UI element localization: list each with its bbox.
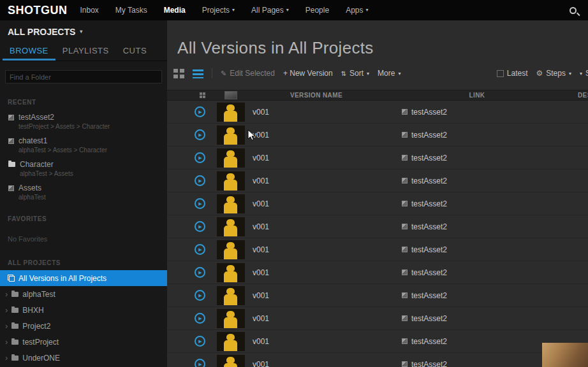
grid-view-icon[interactable] xyxy=(173,69,184,78)
table-row[interactable]: ▶ v001 testAsset2 xyxy=(167,238,588,261)
version-thumbnail[interactable] xyxy=(217,309,245,328)
version-thumbnail[interactable] xyxy=(217,171,245,191)
sidebar-tab[interactable]: BROWSE xyxy=(3,42,55,61)
version-thumbnail[interactable] xyxy=(217,148,245,168)
topnav-item[interactable]: Apps ▾ xyxy=(346,6,368,15)
version-name-cell[interactable]: v001 xyxy=(245,245,388,254)
project-scope-selector[interactable]: ALL PROJECTS ▾ xyxy=(0,20,167,42)
version-name-cell[interactable]: v001 xyxy=(245,131,388,140)
recent-folder-item[interactable]: testAsset2 testProject > Assets > Charac… xyxy=(0,110,167,133)
link-cell[interactable]: testAsset2 xyxy=(388,314,566,323)
version-name-cell[interactable]: v001 xyxy=(245,314,388,323)
column-header-description[interactable]: DESCRIPTION xyxy=(566,92,588,99)
topnav-item[interactable]: Media xyxy=(164,6,186,15)
table-row[interactable]: ▶ v001 testAsset2 xyxy=(167,169,588,192)
play-button[interactable]: ▶ xyxy=(195,336,205,347)
play-button[interactable]: ▶ xyxy=(195,359,205,367)
version-name-cell[interactable]: v001 xyxy=(245,222,388,231)
play-button[interactable]: ▶ xyxy=(195,175,205,186)
link-text[interactable]: testAsset2 xyxy=(411,291,447,300)
link-cell[interactable]: testAsset2 xyxy=(388,154,566,162)
link-cell[interactable]: testAsset2 xyxy=(388,245,566,254)
version-thumbnail[interactable] xyxy=(217,194,245,213)
link-cell[interactable]: testAsset2 xyxy=(388,291,566,300)
topnav-item[interactable]: People xyxy=(305,6,329,15)
table-row[interactable]: ▶ v001 testAsset2 xyxy=(167,284,588,307)
version-name-cell[interactable]: v001 xyxy=(245,176,388,185)
version-name-cell[interactable]: v001 xyxy=(245,268,388,277)
version-name-cell[interactable]: v001 xyxy=(245,108,388,117)
link-text[interactable]: testAsset2 xyxy=(411,268,447,277)
link-text[interactable]: testAsset2 xyxy=(411,176,447,185)
link-cell[interactable]: testAsset2 xyxy=(388,176,566,185)
link-text[interactable]: testAsset2 xyxy=(411,245,447,254)
play-button[interactable]: ▶ xyxy=(195,198,205,209)
new-version-button[interactable]: + New Version xyxy=(283,69,333,78)
search-icon[interactable] xyxy=(570,7,577,14)
find-folder-input[interactable] xyxy=(5,70,162,83)
version-name-cell[interactable]: v001 xyxy=(245,199,388,208)
version-name-cell[interactable]: v001 xyxy=(245,337,388,346)
link-cell[interactable]: testAsset2 xyxy=(388,131,566,140)
link-text[interactable]: testAsset2 xyxy=(411,108,447,117)
topnav-item[interactable]: Projects ▾ xyxy=(202,6,235,15)
more-button[interactable]: More ▾ xyxy=(378,69,401,78)
sidebar-project-item[interactable]: › testProject xyxy=(0,334,167,350)
play-button[interactable]: ▶ xyxy=(195,313,205,324)
sort-button[interactable]: ⇅ Sort ▾ xyxy=(341,69,369,78)
column-header-version-name[interactable]: VERSION NAME xyxy=(245,92,388,99)
version-thumbnail[interactable] xyxy=(217,103,245,122)
version-thumbnail[interactable] xyxy=(217,126,245,145)
play-button[interactable]: ▶ xyxy=(195,221,205,232)
topnav-item[interactable]: All Pages ▾ xyxy=(251,6,289,15)
play-button[interactable]: ▶ xyxy=(195,267,205,278)
table-row[interactable]: ▶ v001 testAsset2 xyxy=(167,147,588,169)
version-name-cell[interactable]: v001 xyxy=(245,154,388,162)
version-name-cell[interactable]: v001 xyxy=(245,360,388,367)
link-cell[interactable]: testAsset2 xyxy=(388,222,566,231)
table-row[interactable]: ▶ v001 testAsset2 xyxy=(167,215,588,238)
version-thumbnail[interactable] xyxy=(217,240,245,259)
link-text[interactable]: testAsset2 xyxy=(411,154,447,162)
latest-toggle[interactable]: Latest xyxy=(497,69,528,78)
version-thumbnail[interactable] xyxy=(217,286,245,305)
latest-checkbox[interactable] xyxy=(497,70,504,77)
sidebar-project-item[interactable]: › Project2 xyxy=(0,318,167,334)
column-header-link[interactable]: LINK xyxy=(388,92,566,99)
link-text[interactable]: testAsset2 xyxy=(411,222,447,231)
link-text[interactable]: testAsset2 xyxy=(411,199,447,208)
list-view-icon[interactable] xyxy=(193,69,203,78)
link-cell[interactable]: testAsset2 xyxy=(388,199,566,208)
table-row[interactable]: ▶ v001 testAsset2 xyxy=(167,124,588,147)
table-row[interactable]: ▶ v001 testAsset2 xyxy=(167,192,588,215)
table-row[interactable]: ▶ v001 testAsset2 xyxy=(167,307,588,330)
clipped-dropdown[interactable]: ▾ S xyxy=(580,69,588,78)
link-cell[interactable]: testAsset2 xyxy=(388,360,566,367)
link-cell[interactable]: testAsset2 xyxy=(388,108,566,117)
steps-filter-button[interactable]: ⚙ Steps ▾ xyxy=(536,69,571,78)
table-row[interactable]: ▶ v001 testAsset2 xyxy=(167,353,588,367)
sidebar-project-item[interactable]: › alphaTest xyxy=(0,286,167,302)
link-cell[interactable]: testAsset2 xyxy=(388,337,566,346)
sidebar-project-item[interactable]: › UnderONE xyxy=(0,350,167,366)
version-thumbnail[interactable] xyxy=(217,263,245,282)
version-name-cell[interactable]: v001 xyxy=(245,291,388,300)
play-button[interactable]: ▶ xyxy=(195,106,205,117)
link-text[interactable]: testAsset2 xyxy=(411,337,447,346)
sidebar-project-item[interactable]: › All Versions in All Projects xyxy=(0,270,167,286)
version-thumbnail[interactable] xyxy=(217,332,245,351)
link-text[interactable]: testAsset2 xyxy=(411,360,447,367)
table-row[interactable]: ▶ v001 testAsset2 xyxy=(167,330,588,353)
link-text[interactable]: testAsset2 xyxy=(411,314,447,323)
play-button[interactable]: ▶ xyxy=(195,244,205,255)
play-button[interactable]: ▶ xyxy=(195,290,205,301)
version-thumbnail[interactable] xyxy=(217,355,245,367)
sidebar-tab[interactable]: PLAYLISTS xyxy=(55,42,116,61)
recent-folder-item[interactable]: Character alphaTest > Assets xyxy=(0,157,167,180)
recent-folder-item[interactable]: Assets alphaTest xyxy=(0,180,167,204)
play-button[interactable]: ▶ xyxy=(195,152,205,163)
topnav-item[interactable]: My Tasks xyxy=(115,6,147,15)
link-text[interactable]: testAsset2 xyxy=(411,131,447,140)
sidebar-tab[interactable]: CUTS xyxy=(116,42,154,61)
version-thumbnail[interactable] xyxy=(217,217,245,236)
